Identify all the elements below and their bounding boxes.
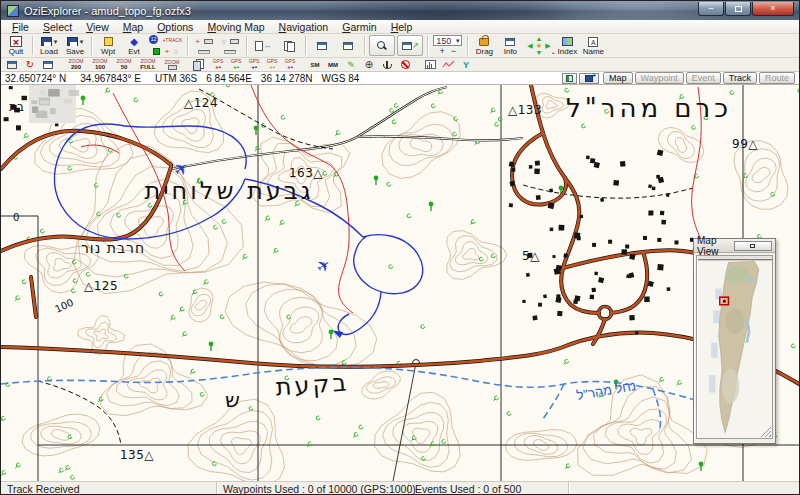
save-button[interactable]: ▾ Save <box>62 35 88 56</box>
building-shape <box>657 149 664 156</box>
zoom-200-button[interactable]: ZOOM 200 <box>65 58 87 71</box>
track-point-icon <box>153 48 160 55</box>
pan-center-icon[interactable]: ● <box>536 42 541 49</box>
save-disk-icon <box>67 37 78 46</box>
load-dropdown-icon[interactable]: ▾ <box>54 38 58 46</box>
print-button[interactable] <box>4 58 20 71</box>
zoom-50-button[interactable]: ZOOM 50 <box>113 58 135 71</box>
menu-navigation[interactable]: Navigation <box>272 21 336 33</box>
zoom-combo[interactable]: 150 ▾ <box>433 35 462 46</box>
pan-pad[interactable]: ▲ ◀●▶ ▼• <box>523 35 554 56</box>
name-button[interactable]: A Name <box>580 35 606 56</box>
tree-icon <box>81 96 86 101</box>
building-shape <box>660 211 665 216</box>
topo-map[interactable]: ✈ ✈ △124 △133 163△ 99△ △125 5△ 135△ 100 … <box>1 85 800 481</box>
resize-grip[interactable] <box>759 425 772 438</box>
ruler-button[interactable] <box>335 35 361 56</box>
zoom-full-button[interactable]: ZOOM FULL <box>137 58 159 71</box>
track-draw-button[interactable]: ✎ <box>343 58 359 71</box>
show-tracks-toggle[interactable]: ○ <box>217 35 243 56</box>
pages-button[interactable] <box>276 35 302 56</box>
menu-garmin[interactable]: Garmin <box>335 21 383 33</box>
antenna-button[interactable]: Y <box>458 58 474 71</box>
contour-line <box>85 322 116 348</box>
map-window-button[interactable] <box>40 58 56 71</box>
zoom-in-button[interactable]: + <box>437 47 448 55</box>
save-position-button[interactable] <box>579 73 599 84</box>
mode-map-button[interactable]: Map <box>603 72 633 84</box>
magnify-button[interactable] <box>369 35 395 56</box>
info-button[interactable]: Info <box>497 35 523 56</box>
grid-toggle-button[interactable] <box>562 73 577 84</box>
gps-waypoints-button[interactable]: GPS+▪ <box>210 58 226 71</box>
minimize-button[interactable]: – <box>698 2 724 16</box>
zoom-out-button[interactable]: − <box>448 47 459 55</box>
tree-icon <box>329 330 334 335</box>
pan-left-icon[interactable]: ◀ <box>527 42 532 49</box>
contour-line <box>382 112 460 179</box>
shrub-icon <box>200 393 204 397</box>
window-layout-button[interactable] <box>309 35 335 56</box>
shrub-icon <box>442 440 446 444</box>
mode-event-button[interactable]: Event <box>686 72 721 84</box>
menu-map[interactable]: Map <box>116 21 150 33</box>
contour-line <box>383 402 449 467</box>
israel-overview-map <box>697 256 773 438</box>
pan-right-icon[interactable]: ▶ <box>545 42 550 49</box>
profile-button[interactable] <box>440 58 456 71</box>
building-shape <box>674 240 678 244</box>
anchor-button[interactable] <box>379 58 395 71</box>
map-canvas[interactable]: ✈ ✈ △124 △133 163△ 99△ △125 5△ 135△ 100 … <box>1 85 800 481</box>
zoom-dropdown-icon[interactable]: ▾ <box>456 37 460 45</box>
map-view-body[interactable] <box>696 255 773 439</box>
menu-help[interactable]: Help <box>384 21 420 33</box>
show-waypoints-toggle[interactable]: + <box>191 35 217 56</box>
zoom-window-button[interactable]: ZOOM <box>161 58 183 71</box>
building-shape <box>536 195 541 200</box>
drag-button[interactable]: Drag <box>471 35 497 56</box>
quit-button[interactable]: × Quit <box>3 35 29 56</box>
pan-down-icon[interactable]: ▼ <box>535 49 542 56</box>
menu-moving-map[interactable]: Moving Map <box>200 21 271 33</box>
track-tools[interactable]: 12 +TRACK + ○ <box>147 35 184 56</box>
map-view-titlebar[interactable]: Map View <box>694 239 775 253</box>
rotate-button[interactable]: ↻ <box>22 58 38 71</box>
menu-file[interactable]: File <box>5 21 36 33</box>
close-button[interactable]: × <box>752 2 794 16</box>
gps-tracks-button[interactable]: GPS+▪ <box>228 58 244 71</box>
single-map-button[interactable]: SM <box>307 58 323 71</box>
save-dropdown-icon[interactable]: ▾ <box>80 38 84 46</box>
load-button[interactable]: ▾ Load <box>36 35 62 56</box>
map-view-panel[interactable]: Map View <box>693 238 776 444</box>
tree-icon <box>209 342 214 347</box>
layers-button[interactable] <box>192 58 208 71</box>
separator <box>427 36 428 55</box>
gps-all-button[interactable]: GPS+▪ <box>282 58 298 71</box>
chart-button[interactable] <box>422 58 438 71</box>
map-view-restore-button[interactable] <box>734 241 773 251</box>
gps-routes-button[interactable]: GPS+▪ <box>246 58 262 71</box>
mode-route-button[interactable]: Route <box>759 72 795 84</box>
menu-select[interactable]: Select <box>36 21 79 33</box>
mode-waypoint-button[interactable]: Waypoint <box>635 72 684 84</box>
title-bar[interactable]: OziExplorer - amud_topo_fg.ozfx3 – × <box>1 1 799 20</box>
contour-line <box>410 138 431 151</box>
zoom-100-button[interactable]: ZOOM 100 <box>89 58 111 71</box>
moving-map-button[interactable]: MM <box>325 58 341 71</box>
menu-view[interactable]: View <box>79 21 116 33</box>
index-button[interactable]: Index <box>554 35 580 56</box>
line-graph-icon <box>442 60 455 69</box>
building-shape <box>55 124 59 127</box>
stop-gps-button[interactable] <box>397 58 413 71</box>
maximize-button[interactable] <box>725 2 751 16</box>
building-shape <box>643 236 647 240</box>
mode-track-button[interactable]: Track <box>723 72 757 84</box>
waypoint-button[interactable]: Wpt <box>95 35 121 56</box>
gps-events-button[interactable]: GPS+▪ <box>264 58 280 71</box>
send-map-button[interactable]: ↗ <box>397 35 423 56</box>
blurred-patch-block <box>64 99 72 103</box>
event-button[interactable]: ◆ Evt <box>121 35 147 56</box>
shrub-icon <box>214 225 218 229</box>
pan-mode-button[interactable]: ↔ <box>250 35 276 56</box>
position-button[interactable]: ⊕ <box>361 58 377 71</box>
